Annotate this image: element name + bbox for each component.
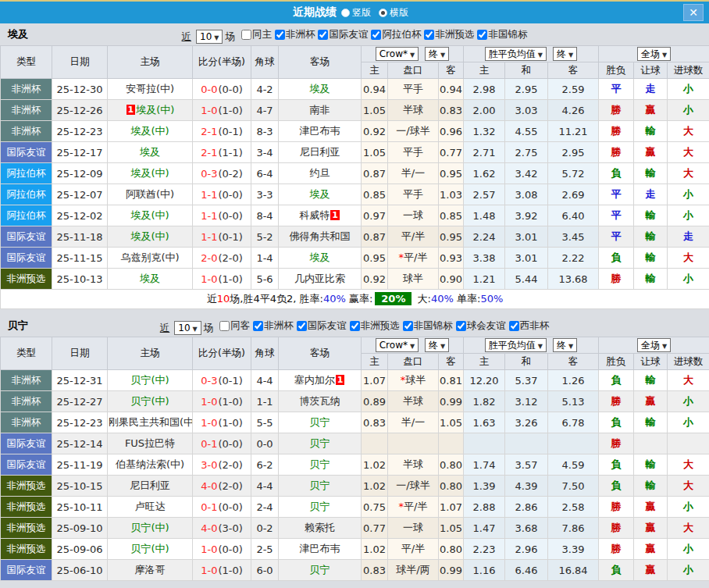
filter-competition[interactable]: 非洲杯 bbox=[272, 23, 315, 45]
match-row: 非洲预选25-10-15尼日利亚4-0(2-0)4-4贝宁1.02一/球半0.8… bbox=[1, 476, 709, 497]
filter-competition[interactable]: 球会友谊 bbox=[453, 315, 506, 337]
competition-checkbox[interactable] bbox=[509, 321, 519, 331]
match-date: 25-11-15 bbox=[52, 248, 108, 269]
score: 1-1(0-0) bbox=[193, 184, 251, 205]
competition-checkbox[interactable] bbox=[371, 30, 381, 40]
close-button[interactable]: ✕ bbox=[683, 4, 704, 21]
filter-competition[interactable]: 非国锦标 bbox=[400, 315, 453, 337]
away-team: 尼日利亚 bbox=[279, 142, 362, 163]
odds-home: 1.02 bbox=[362, 454, 388, 476]
filter-competition[interactable]: 非洲预选 bbox=[421, 23, 474, 45]
avg-time-dropdown[interactable]: 终▼ bbox=[553, 338, 577, 352]
competition-checkbox[interactable] bbox=[297, 321, 307, 331]
same-venue-checkbox[interactable] bbox=[219, 321, 230, 331]
away-team: 南非 bbox=[279, 100, 362, 121]
near-link[interactable]: 近 bbox=[160, 322, 170, 333]
avg-lose: 5.72 bbox=[548, 163, 599, 184]
avg-win: 1.21 bbox=[464, 269, 505, 290]
handicap-result: 贏 bbox=[634, 497, 668, 518]
handicap: *平/半 bbox=[388, 497, 439, 518]
odds-away: 0.85 bbox=[439, 205, 464, 226]
match-count-select[interactable]: 10▼ bbox=[174, 321, 201, 335]
radio-vertical-layout[interactable]: 竖版 bbox=[341, 6, 371, 20]
avg-time-dropdown[interactable]: 终▼ bbox=[553, 47, 577, 61]
avg-lose: 2.69 bbox=[548, 184, 599, 205]
odds-time-dropdown[interactable]: 终▼ bbox=[425, 47, 449, 61]
filter-label: 同主 bbox=[252, 23, 272, 45]
filter-bar: 近10▼场同主非洲杯国际友谊阿拉伯杯非洲预选非国锦标 bbox=[0, 23, 709, 48]
away-team: 约旦 bbox=[279, 163, 362, 184]
avg-odds-dropdown[interactable]: 胜平负均值▼ bbox=[485, 338, 547, 352]
avg-draw: 3.01 bbox=[505, 248, 548, 269]
corners: 6-4 bbox=[251, 163, 279, 184]
odds-home: 0.83 bbox=[362, 560, 388, 581]
scope-dropdown[interactable]: 全场▼ bbox=[637, 338, 671, 352]
goals-result: 小 bbox=[668, 79, 709, 100]
avg-win: 1.48 bbox=[464, 205, 505, 226]
filter-competition[interactable]: 非洲预选 bbox=[347, 315, 400, 337]
avg-win: 2.00 bbox=[464, 100, 505, 121]
match-row: 非洲杯25-12-23刚果民主共和国(中)1-0(1-0)5-5贝宁0.83半/… bbox=[1, 412, 709, 433]
filter-competition[interactable]: 国际友谊 bbox=[315, 23, 368, 45]
handicap-result: 輸 bbox=[634, 269, 668, 290]
away-team: 科威特1 bbox=[279, 205, 362, 226]
competition-checkbox[interactable] bbox=[424, 30, 434, 40]
filter-competition[interactable]: 非洲杯 bbox=[250, 315, 294, 337]
radio-horizontal-layout[interactable]: 横版 bbox=[379, 6, 408, 20]
filter-competition[interactable]: 阿拉伯杯 bbox=[368, 23, 421, 45]
corners: 4-7 bbox=[251, 100, 279, 121]
competition-checkbox[interactable] bbox=[403, 321, 413, 331]
score: 4-0(2-0) bbox=[193, 476, 251, 497]
same-venue-checkbox[interactable] bbox=[241, 30, 251, 40]
radio-icon bbox=[379, 9, 387, 17]
corners: 4-4 bbox=[251, 370, 279, 391]
filter-competition[interactable]: 非国锦标 bbox=[474, 23, 527, 45]
competition-checkbox[interactable] bbox=[253, 321, 263, 331]
match-row: 国际友谊25-12-17埃及2-1(1-1)3-4尼日利亚1.05平手0.772… bbox=[1, 142, 709, 163]
match-type: 国际友谊 bbox=[1, 433, 52, 454]
odds-home: 0.92 bbox=[362, 269, 388, 290]
away-team: 贝宁 bbox=[279, 560, 362, 581]
goals-result: 大 bbox=[668, 476, 709, 497]
handicap-result: 贏 bbox=[634, 391, 668, 412]
filter-same-venue[interactable]: 同客 bbox=[213, 315, 250, 337]
avg-odds-dropdown[interactable]: 胜平负均值▼ bbox=[485, 47, 547, 61]
filter-competition[interactable]: 国际友谊 bbox=[294, 315, 347, 337]
avg-lose: 11.21 bbox=[548, 121, 599, 142]
bookmaker-dropdown[interactable]: Crow*▼ bbox=[376, 338, 419, 352]
chevron-down-icon: ▼ bbox=[440, 52, 445, 59]
competition-checkbox[interactable] bbox=[318, 30, 328, 40]
match-type: 非洲预选 bbox=[1, 518, 52, 539]
odds-time-dropdown[interactable]: 终▼ bbox=[425, 338, 449, 352]
result: 平 bbox=[599, 184, 634, 205]
competition-checkbox[interactable] bbox=[456, 321, 466, 331]
scope-dropdown[interactable]: 全场▼ bbox=[637, 47, 671, 61]
chevron-down-icon: ▼ bbox=[193, 326, 198, 333]
competition-checkbox[interactable] bbox=[477, 30, 487, 40]
filter-bar: 近10▼场同客非洲杯国际友谊非洲预选非国锦标球会友谊西非杯 bbox=[0, 315, 709, 339]
filter-competition[interactable]: 西非杯 bbox=[506, 315, 550, 337]
score: 1-1(0-1) bbox=[193, 226, 251, 248]
team-section-header: 埃及 近10▼场同主非洲杯国际友谊阿拉伯杯非洲预选非国锦标 bbox=[0, 23, 709, 45]
filter-same-venue[interactable]: 同主 bbox=[235, 23, 272, 45]
handicap: 一球 bbox=[388, 518, 439, 539]
near-link[interactable]: 近 bbox=[182, 30, 192, 42]
handicap: 半球 bbox=[388, 454, 439, 476]
col-home: 主场 bbox=[108, 46, 193, 79]
avg-draw: 3.03 bbox=[505, 100, 548, 121]
bookmaker-dropdown[interactable]: Crow*▼ bbox=[376, 47, 419, 61]
match-date: 25-12-26 bbox=[52, 100, 108, 121]
handicap: 一/球半 bbox=[388, 121, 439, 142]
home-team: 埃及(中) bbox=[108, 226, 193, 248]
match-count-select[interactable]: 10▼ bbox=[196, 30, 223, 44]
match-type: 非洲杯 bbox=[1, 412, 52, 433]
col-date: 日期 bbox=[52, 46, 108, 79]
competition-checkbox[interactable] bbox=[350, 321, 360, 331]
match-row: 非洲杯25-12-23埃及(中)2-1(0-1)8-3津巴布韦0.92一/球半0… bbox=[1, 121, 709, 142]
handicap: 球半/两 bbox=[388, 560, 439, 581]
filter-label: 非洲杯 bbox=[264, 315, 294, 337]
match-date: 25-09-06 bbox=[52, 539, 108, 560]
competition-checkbox[interactable] bbox=[275, 30, 285, 40]
section-divider bbox=[0, 309, 709, 315]
result: 勝 bbox=[599, 391, 634, 412]
